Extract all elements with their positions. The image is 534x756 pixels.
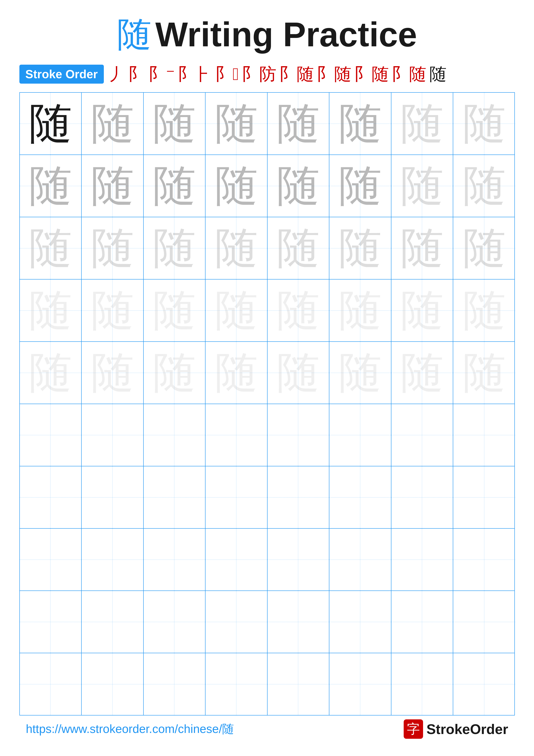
char-1-3: 随 [153, 102, 196, 145]
cell-9-5 [267, 591, 330, 653]
cell-4-2: 随 [82, 280, 144, 341]
cell-2-6: 随 [329, 155, 392, 217]
cell-6-8 [453, 404, 515, 466]
char-5-8: 随 [463, 351, 506, 394]
stroke-9: 阝随 [354, 66, 389, 83]
cell-2-4: 随 [206, 155, 267, 217]
char-5-3: 随 [153, 351, 196, 394]
cell-7-3 [144, 466, 206, 528]
stroke-order-badge: Stroke Order [19, 65, 104, 84]
cell-9-7 [392, 591, 453, 653]
cell-5-2: 随 [82, 342, 144, 404]
cell-1-6: 随 [329, 93, 392, 154]
cell-6-7 [392, 404, 453, 466]
char-1-5: 随 [277, 102, 320, 145]
stroke-order-section: Stroke Order ㇓ 阝 阝⁻ 阝⺊ 阝𠃌 阝防 阝随 阝随 阝随 阝随… [19, 65, 515, 84]
cell-10-7 [392, 653, 453, 715]
cell-1-7: 随 [392, 93, 453, 154]
cell-6-2 [82, 404, 144, 466]
char-3-8: 随 [463, 227, 506, 270]
title-section: 随 Writing Practice [117, 17, 417, 52]
cell-1-4: 随 [206, 93, 267, 154]
char-4-6: 随 [339, 289, 382, 332]
cell-10-1 [20, 653, 82, 715]
char-3-3: 随 [153, 227, 196, 270]
char-3-1: 随 [29, 227, 72, 270]
grid-row-4: 随 随 随 随 随 随 随 随 [20, 280, 514, 342]
practice-grid: 随 随 随 随 随 随 随 随 随 随 随 随 随 随 随 随 随 随 随 随 … [19, 92, 515, 716]
char-4-2: 随 [91, 289, 134, 332]
cell-8-1 [20, 528, 82, 590]
cell-2-3: 随 [144, 155, 206, 217]
cell-7-7 [392, 466, 453, 528]
cell-4-5: 随 [267, 280, 330, 341]
stroke-3: 阝⁻ [149, 66, 175, 83]
cell-3-3: 随 [144, 217, 206, 279]
cell-5-5: 随 [267, 342, 330, 404]
cell-1-2: 随 [82, 93, 144, 154]
cell-10-2 [82, 653, 144, 715]
cell-8-6 [329, 528, 392, 590]
cell-10-3 [144, 653, 206, 715]
cell-8-2 [82, 528, 144, 590]
stroke-8: 阝随 [317, 66, 351, 83]
char-1-6: 随 [339, 102, 382, 145]
cell-5-8: 随 [453, 342, 515, 404]
char-2-3: 随 [153, 164, 196, 207]
cell-5-1: 随 [20, 342, 82, 404]
cell-4-4: 随 [206, 280, 267, 341]
cell-6-3 [144, 404, 206, 466]
cell-3-4: 随 [206, 217, 267, 279]
stroke-2: 阝 [128, 66, 146, 83]
brand-name: StrokeOrder [426, 721, 508, 737]
cell-8-3 [144, 528, 206, 590]
stroke-4: 阝⺊ [178, 66, 213, 83]
stroke-sequence: ㇓ 阝 阝⁻ 阝⺊ 阝𠃌 阝防 阝随 阝随 阝随 阝随 随 [108, 66, 446, 83]
grid-row-2: 随 随 随 随 随 随 随 随 [20, 155, 514, 217]
grid-row-6 [20, 404, 514, 466]
cell-5-6: 随 [329, 342, 392, 404]
char-5-5: 随 [277, 351, 320, 394]
cell-4-3: 随 [144, 280, 206, 341]
char-1-8: 随 [463, 102, 506, 145]
cell-1-1: 随 [20, 93, 82, 154]
cell-7-8 [453, 466, 515, 528]
cell-8-4 [206, 528, 267, 590]
cell-4-6: 随 [329, 280, 392, 341]
char-2-2: 随 [91, 164, 134, 207]
footer-url[interactable]: https://www.strokeorder.com/chinese/随 [26, 721, 234, 737]
char-1-4: 随 [215, 102, 258, 145]
cell-6-5 [267, 404, 330, 466]
cell-5-4: 随 [206, 342, 267, 404]
cell-2-2: 随 [82, 155, 144, 217]
cell-8-5 [267, 528, 330, 590]
cell-9-2 [82, 591, 144, 653]
cell-2-7: 随 [392, 155, 453, 217]
char-2-7: 随 [400, 164, 444, 207]
cell-8-8 [453, 528, 515, 590]
cell-6-1 [20, 404, 82, 466]
char-4-4: 随 [215, 289, 258, 332]
char-5-1: 随 [29, 351, 72, 394]
char-5-7: 随 [400, 351, 444, 394]
char-4-8: 随 [463, 289, 506, 332]
cell-3-6: 随 [329, 217, 392, 279]
cell-5-3: 随 [144, 342, 206, 404]
char-3-2: 随 [91, 227, 134, 270]
cell-9-8 [453, 591, 515, 653]
char-1-7: 随 [400, 102, 444, 145]
cell-4-1: 随 [20, 280, 82, 341]
char-5-4: 随 [215, 351, 258, 394]
grid-row-7 [20, 466, 514, 528]
char-4-5: 随 [277, 289, 320, 332]
grid-row-10 [20, 653, 514, 715]
brand-icon: 字 [404, 719, 423, 739]
char-1-1: 随 [29, 102, 72, 145]
cell-3-2: 随 [82, 217, 144, 279]
cell-4-8: 随 [453, 280, 515, 341]
cell-1-3: 随 [144, 93, 206, 154]
cell-9-4 [206, 591, 267, 653]
char-2-1: 随 [29, 164, 72, 207]
stroke-10: 阝随 [392, 66, 426, 83]
char-3-6: 随 [339, 227, 382, 270]
